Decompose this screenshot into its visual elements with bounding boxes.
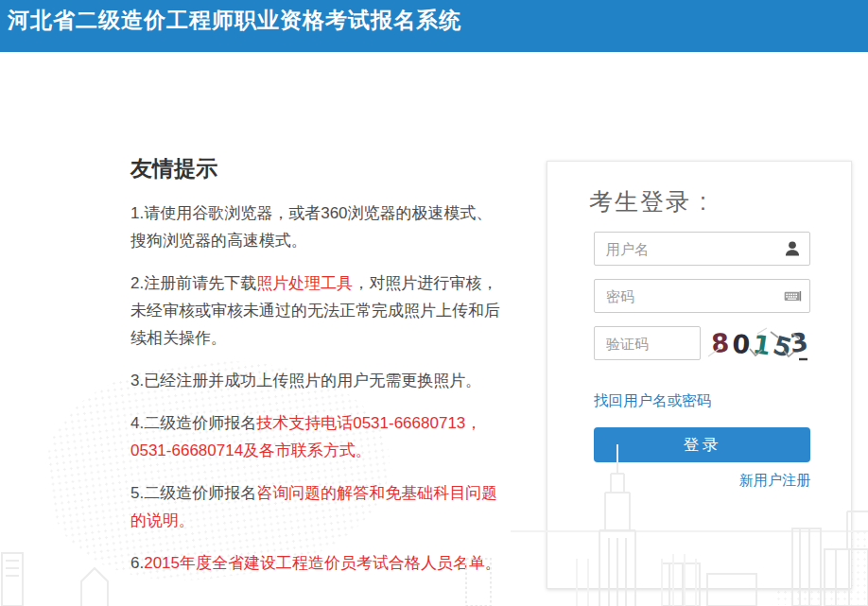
tip-link[interactable]: 0531-66680714及各市联系方式。 (130, 442, 372, 459)
svg-text:1: 1 (751, 329, 773, 360)
login-panel: 考生登录 : (547, 161, 852, 589)
register-link[interactable]: 新用户注册 (594, 472, 810, 490)
page: 河北省二级造价工程师职业资格考试报名系统 友情提示 1.请使用谷歌浏览器，或者3… (0, 0, 868, 606)
forgot-password-link[interactable]: 找回用户名或密码 (594, 391, 711, 411)
tip-link[interactable]: 2015年度全省建设工程造价员考试合格人员名单 (144, 554, 485, 572)
username-field-wrap (594, 232, 810, 266)
tip-link[interactable]: 咨询问题的解答和免基础科目问题 (256, 484, 497, 502)
login-heading: 考生登录 : (589, 186, 708, 217)
captcha-field-wrap (594, 326, 701, 360)
tip-text: 续相关操作。 (130, 329, 227, 347)
password-field-wrap (594, 279, 810, 313)
svg-text:0: 0 (732, 329, 751, 359)
tip-link[interactable]: 的说明。 (130, 511, 195, 529)
tip-item: 1.请使用谷歌浏览器，或者360浏览器的极速模式、搜狗浏览器的高速模式。 (130, 199, 547, 254)
tip-item: 6.2015年度全省建设工程造价员考试合格人员名单。 (130, 549, 547, 577)
tip-item: 3.已经注册并成功上传照片的用户无需更换照片。 (130, 367, 547, 394)
tip-text: 4.二级造价师报名 (130, 414, 256, 432)
tip-link[interactable]: 技术支持电话0531-66680713， (256, 414, 481, 432)
tip-item: 2.注册前请先下载照片处理工具，对照片进行审核，未经审核或审核未通过的无法正常完… (130, 269, 547, 352)
tip-item: 4.二级造价师报名技术支持电话0531-66680713，0531-666807… (130, 409, 547, 464)
tip-text: 2.注册前请先下载 (130, 274, 256, 292)
tip-link[interactable]: 照片处理工具 (256, 274, 353, 292)
login-button[interactable]: 登录 (594, 427, 810, 462)
tip-text: 未经审核或审核未通过的无法正常完成照片上传和后 (130, 302, 500, 320)
app-header: 河北省二级造价工程师职业资格考试报名系统 (0, 0, 868, 52)
tip-text: 5.二级造价师报名 (130, 484, 256, 502)
captcha-image[interactable]: 80153 (701, 324, 810, 364)
tips-section: 友情提示 1.请使用谷歌浏览器，或者360浏览器的极速模式、搜狗浏览器的高速模式… (130, 154, 547, 592)
tip-text: 1.请使用谷歌浏览器，或者360浏览器的极速模式、 (130, 204, 493, 222)
tip-text: 6. (130, 554, 144, 572)
tip-text: 。 (485, 554, 501, 572)
captcha-input[interactable] (594, 326, 701, 360)
username-input[interactable] (594, 232, 810, 266)
svg-text:8: 8 (710, 328, 730, 358)
tips-list: 1.请使用谷歌浏览器，或者360浏览器的极速模式、搜狗浏览器的高速模式。2.注册… (130, 199, 547, 577)
tip-text: 搜狗浏览器的高速模式。 (130, 232, 307, 250)
tips-heading: 友情提示 (130, 154, 547, 183)
tip-text: 3.已经注册并成功上传照片的用户无需更换照片。 (130, 372, 481, 390)
tip-text: ，对照片进行审核， (353, 274, 497, 292)
tip-item: 5.二级造价师报名咨询问题的解答和免基础科目问题的说明。 (130, 479, 547, 534)
password-input[interactable] (594, 279, 810, 313)
app-title: 河北省二级造价工程师职业资格考试报名系统 (0, 0, 868, 32)
